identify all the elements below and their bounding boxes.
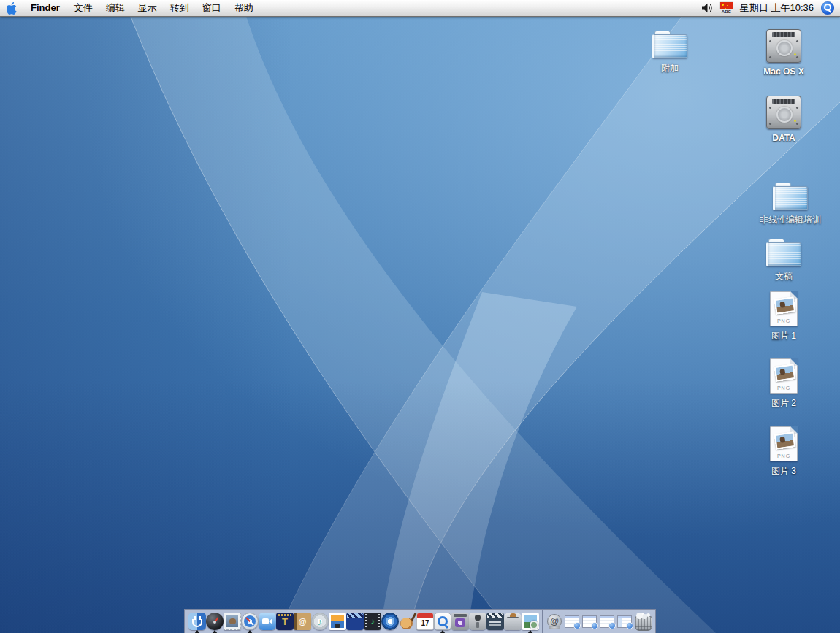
stamp-eagle <box>229 618 236 624</box>
photo-thumbnail <box>774 431 796 450</box>
ical-calendar-icon: 17 <box>416 613 434 630</box>
dock-item-finder[interactable] <box>188 610 206 633</box>
dock-item-final-cut-pro[interactable] <box>486 610 504 633</box>
safari-badge-icon <box>626 622 633 629</box>
dock-minimized-safari-window-4[interactable] <box>616 610 633 633</box>
mail-stamp-icon <box>224 613 241 630</box>
preview-icon <box>522 613 539 630</box>
iphoto-icon <box>329 613 346 630</box>
icon-label: 图片 1 <box>771 330 796 342</box>
menu-view[interactable]: 显示 <box>131 0 164 16</box>
desktop-icon-image-2[interactable]: PNG 图片 2 <box>749 358 819 410</box>
dock-item-compressor[interactable] <box>451 610 469 633</box>
volume-icon[interactable] <box>701 3 713 13</box>
desktop[interactable]: Finder 文件 编辑 显示 转到 窗口 帮助 ABC 星期日 上午10:36 <box>0 0 840 633</box>
dock-item-address-book[interactable]: @ <box>294 610 311 633</box>
safari-badge-icon <box>591 622 598 629</box>
drive-led <box>794 53 796 55</box>
spring-base <box>549 626 560 629</box>
dock-item-preview[interactable] <box>522 610 539 633</box>
dock-item-soundtrack[interactable]: ♪ <box>364 610 381 633</box>
desktop-icon-image-1[interactable]: PNG 图片 1 <box>749 291 819 342</box>
menu-go[interactable]: 转到 <box>164 0 196 16</box>
minimized-window-thumbnail <box>565 615 579 628</box>
app-menu-finder[interactable]: Finder <box>23 0 67 16</box>
folder-body <box>766 242 801 266</box>
menu-window[interactable]: 窗口 <box>196 0 228 16</box>
dock-item-ichat[interactable] <box>259 610 276 633</box>
light-switch <box>476 622 479 628</box>
webloc-icon: @ <box>546 613 563 630</box>
dock-item-ical[interactable]: 17 <box>416 610 434 633</box>
drive-screws <box>769 107 771 109</box>
png-badge: PNG <box>771 385 797 391</box>
dock-item-livetype[interactable]: T <box>276 610 294 633</box>
finder-smile <box>192 619 202 627</box>
dock-item-dashboard[interactable] <box>206 610 224 633</box>
dock-item-imovie[interactable] <box>346 610 364 633</box>
dock-separator <box>542 610 543 633</box>
window-titlebar <box>600 616 614 618</box>
spotlight-icon[interactable] <box>821 1 834 15</box>
gauge-hub <box>213 621 216 624</box>
dock-item-iphoto[interactable] <box>329 610 346 633</box>
apple-menu[interactable] <box>0 0 23 16</box>
desktop-icon-folder-nle-training[interactable]: 非线性编辑培训 <box>739 183 840 226</box>
desktop-icon-image-3[interactable]: PNG 图片 3 <box>749 426 819 477</box>
video-camera-lens <box>269 618 272 624</box>
q-tail <box>443 624 448 629</box>
dock-item-safari[interactable] <box>241 610 259 633</box>
dock-minimized-safari-window-3[interactable] <box>598 610 616 633</box>
menu-file[interactable]: 文件 <box>67 0 99 16</box>
menu-bar: Finder 文件 编辑 显示 转到 窗口 帮助 ABC 星期日 上午10:36 <box>0 0 840 17</box>
toaster-slot <box>507 617 519 618</box>
drive-label-strip <box>772 32 795 37</box>
thumb-figure <box>779 302 785 308</box>
dock-item-idvd[interactable] <box>381 610 399 633</box>
magnifier-handle <box>828 9 832 13</box>
dock-item-internet-location[interactable]: @ <box>546 610 563 633</box>
dock-item-system-preferences[interactable] <box>469 610 486 633</box>
icon-label: 图片 3 <box>771 465 796 477</box>
desktop-icon-folder-fujia[interactable]: 附加 <box>635 31 705 74</box>
dock-item-itunes[interactable]: ♪ <box>311 610 329 633</box>
guitar-body <box>400 618 413 629</box>
running-indicator <box>247 630 253 633</box>
folder-icon <box>652 31 687 58</box>
imovie-clapper-icon <box>346 613 364 630</box>
itunes-cd-icon: ♪ <box>311 613 329 630</box>
drive-label-strip <box>772 99 795 104</box>
dock-minimized-safari-window-1[interactable] <box>563 610 581 633</box>
dock-item-quicktime[interactable] <box>434 610 451 633</box>
drive-platter <box>776 40 793 56</box>
final-cut-clapperboard-icon <box>486 613 504 630</box>
desktop-icon-drive-macosx[interactable]: Mac OS X <box>749 29 819 77</box>
dock-minimized-safari-window-2[interactable] <box>581 610 598 633</box>
calendar-header <box>417 613 433 618</box>
menu-clock[interactable]: 星期日 上午10:36 <box>740 1 814 15</box>
film-holes-right <box>378 614 380 629</box>
minimized-window-thumbnail <box>582 615 597 628</box>
music-note-glyph: ♪ <box>370 616 375 626</box>
desktop-icon-folder-wengao[interactable]: 文稿 <box>749 239 819 283</box>
menu-edit[interactable]: 编辑 <box>99 0 131 16</box>
desktop-icon-drive-data[interactable]: DATA <box>749 96 819 143</box>
calendar-day: 17 <box>421 619 429 627</box>
dock-item-toast[interactable] <box>504 610 522 633</box>
slate-lines <box>489 621 501 623</box>
apple-badge <box>475 615 481 621</box>
dock-item-trash[interactable] <box>633 610 654 633</box>
dashboard-icon <box>206 613 224 630</box>
aqua-blue-wallpaper <box>0 0 840 633</box>
flag-stars <box>722 4 724 6</box>
dock-item-garageband[interactable] <box>399 610 416 633</box>
dock-item-mail[interactable] <box>224 610 241 633</box>
clapper-stripes <box>487 613 503 618</box>
input-method-menu[interactable]: ABC <box>720 2 733 14</box>
clapper-stripes <box>347 613 363 618</box>
film-holes-left <box>365 614 367 629</box>
hard-drive-icon <box>766 29 801 63</box>
menu-help[interactable]: 帮助 <box>228 0 260 16</box>
running-indicator <box>212 630 218 633</box>
photo-thumbnail <box>774 296 796 315</box>
